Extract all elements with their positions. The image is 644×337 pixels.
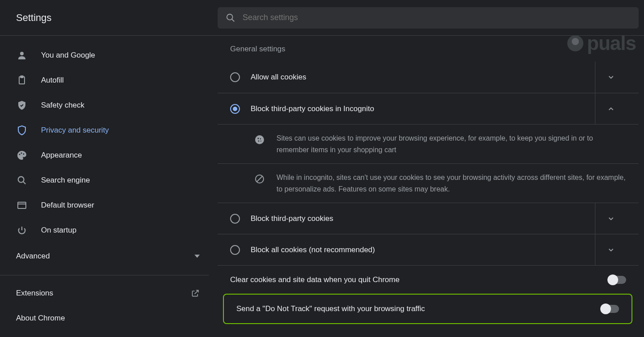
expand-button[interactable]: [595, 203, 626, 234]
option-label: Allow all cookies: [240, 73, 595, 82]
svg-point-14: [255, 135, 264, 144]
search-input[interactable]: [243, 13, 631, 22]
sidebar-item-label: On startup: [41, 226, 218, 235]
section-title-general: General settings: [218, 36, 644, 62]
svg-point-0: [227, 14, 233, 20]
svg-point-8: [18, 177, 24, 183]
palette-icon: [16, 150, 28, 161]
do-not-track-row[interactable]: Send a "Do Not Track" request with your …: [224, 295, 632, 323]
sidebar-item-default-browser[interactable]: Default browser: [0, 193, 218, 218]
option-label: Block third-party cookies: [240, 214, 595, 223]
sidebar-item-about-chrome[interactable]: About Chrome: [0, 306, 218, 331]
sidebar-item-safety-check[interactable]: Safety check: [0, 93, 218, 118]
svg-rect-4: [21, 76, 23, 78]
expand-button[interactable]: [595, 62, 626, 93]
sidebar-item-label: Search engine: [41, 176, 218, 185]
browser-icon: [16, 200, 28, 211]
sidebar-item-label: Autofill: [41, 76, 218, 85]
advanced-label: Advanced: [16, 252, 50, 261]
svg-point-16: [260, 138, 261, 139]
sidebar-item-label: About Chrome: [16, 314, 218, 323]
sidebar-item-appearance[interactable]: Appearance: [0, 143, 218, 168]
divider: [0, 275, 209, 275]
svg-point-6: [21, 153, 22, 154]
option-label: Block third-party cookies in Incognito: [240, 104, 595, 113]
svg-point-2: [20, 52, 24, 55]
sidebar-item-label: Default browser: [41, 201, 218, 210]
radio-selected-icon: [230, 104, 240, 114]
sidebar-item-label: Extensions: [16, 289, 178, 298]
sidebar-item-label: Appearance: [41, 151, 218, 160]
caret-down-icon: [194, 254, 200, 259]
option-detail: While in incognito, sites can't use your…: [218, 163, 639, 203]
external-link-icon: [191, 289, 200, 298]
page-title: Settings: [0, 12, 218, 24]
option-detail-text: Sites can use cookies to improve your br…: [277, 133, 626, 155]
collapse-button[interactable]: [595, 93, 626, 125]
toggle-label: Send a "Do Not Track" request with your …: [236, 304, 601, 313]
svg-rect-10: [18, 202, 26, 208]
option-detail: Sites can use cookies to improve your br…: [218, 124, 639, 163]
clear-cookies-on-quit-row[interactable]: Clear cookies and site data when you qui…: [218, 265, 639, 294]
toggle-switch[interactable]: [601, 305, 619, 313]
option-block-third-party[interactable]: Block third-party cookies: [218, 203, 639, 234]
svg-line-20: [257, 176, 262, 182]
radio-icon: [230, 72, 240, 82]
sidebar-item-label: You and Google: [41, 51, 218, 60]
sidebar-item-autofill[interactable]: Autofill: [0, 68, 218, 93]
svg-point-18: [260, 141, 261, 141]
cookie-icon: [254, 133, 266, 155]
svg-line-9: [23, 182, 26, 184]
sidebar-advanced[interactable]: Advanced: [0, 243, 218, 270]
svg-point-5: [19, 154, 21, 155]
clipboard-icon: [16, 75, 28, 86]
option-block-all-cookies[interactable]: Block all cookies (not recommended): [218, 234, 639, 265]
svg-line-1: [232, 19, 235, 21]
sidebar-item-label: Privacy and security: [41, 126, 218, 135]
radio-icon: [230, 214, 240, 224]
search-icon: [226, 13, 235, 23]
shield-check-icon: [16, 100, 28, 111]
sidebar-item-privacy-security[interactable]: Privacy and security: [0, 118, 218, 143]
search-icon: [16, 175, 28, 186]
highlighted-do-not-track: Send a "Do Not Track" request with your …: [223, 294, 632, 324]
toggle-switch[interactable]: [608, 276, 626, 284]
option-detail-text: While in incognito, sites can't use your…: [277, 172, 626, 195]
toggle-label: Clear cookies and site data when you qui…: [230, 275, 608, 284]
sidebar-item-you-and-google[interactable]: You and Google: [0, 43, 218, 68]
option-block-third-party-incognito[interactable]: Block third-party cookies in Incognito: [218, 93, 639, 124]
svg-point-17: [258, 141, 260, 142]
search-box[interactable]: [218, 7, 639, 29]
svg-point-7: [23, 154, 25, 155]
person-icon: [16, 50, 28, 61]
svg-point-15: [258, 138, 259, 139]
option-allow-all-cookies[interactable]: Allow all cookies: [218, 62, 639, 93]
sidebar-item-label: Safety check: [41, 101, 218, 110]
shield-icon: [16, 125, 28, 136]
power-icon: [16, 225, 28, 236]
main-content: puals General settings Allow all cookies…: [218, 36, 644, 337]
radio-icon: [230, 245, 240, 255]
option-label: Block all cookies (not recommended): [240, 245, 595, 254]
sidebar-item-search-engine[interactable]: Search engine: [0, 168, 218, 193]
expand-button[interactable]: [595, 234, 626, 266]
sidebar: You and Google Autofill Safety check Pri…: [0, 36, 218, 337]
block-icon: [254, 172, 266, 195]
sidebar-item-extensions[interactable]: Extensions: [0, 281, 218, 306]
sidebar-item-on-startup[interactable]: On startup: [0, 218, 218, 243]
